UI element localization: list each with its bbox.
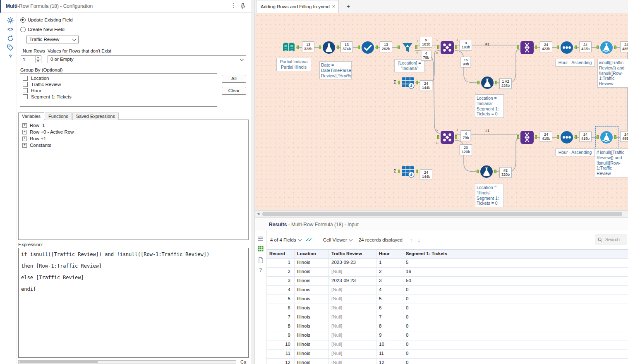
table-cell[interactable]: 9 [376,331,403,340]
table-row[interactable]: 9Illinois[Null]90 [267,331,628,340]
table-cell[interactable]: 0 [403,313,459,322]
table-cell[interactable]: 10 [376,340,403,349]
tool-annotation[interactable]: Hour - Ascending [555,59,595,67]
table-cell[interactable]: [Null] [329,313,376,322]
table-cell[interactable]: [Null] [329,286,376,295]
gear-icon[interactable] [7,17,14,24]
table-cell[interactable]: 7 [267,313,295,322]
table-cell[interactable]: 0 [403,286,459,295]
table-row[interactable]: 5Illinois[Null]50 [267,295,628,304]
table-cell[interactable]: Illinois [295,331,329,340]
output-anchor[interactable] [614,46,616,49]
table-cell[interactable]: 0 [403,359,459,364]
input-anchor[interactable] [398,81,400,84]
output-anchor[interactable] [495,81,497,84]
help-icon[interactable]: ? [7,53,14,60]
table-row[interactable]: 3Illinois2023-09-23350 [267,277,628,286]
output-anchor[interactable] [337,46,339,49]
tool-annotation[interactable]: Location = 'Illinois' Segment 1: Tickets… [475,184,504,207]
tool-annotation[interactable]: isnull([Traffic Review]) and !isnull([Ro… [597,59,628,88]
cell-viewer-dropdown[interactable]: Cell Viewer [323,237,352,242]
tool-filter-location[interactable] [400,40,415,55]
tool-union-bottom[interactable] [520,130,535,145]
tool-multirow-bottom[interactable] [599,130,614,145]
input-anchor[interactable] [358,46,360,49]
input-anchor[interactable] [319,46,321,49]
input-anchor[interactable] [437,135,439,139]
fields-dropdown[interactable]: 4 of 4 Fields [270,237,301,242]
tool-sort-bottom[interactable] [559,130,574,145]
input-anchor[interactable] [398,170,400,173]
expression-editor[interactable]: if isnull([Traffic Review]) and !isnull(… [18,248,249,358]
table-cell[interactable]: 7 [376,313,403,322]
checkbox-icon[interactable] [23,82,28,87]
table-cell[interactable]: [Null] [329,359,376,364]
output-anchor[interactable] [376,46,378,49]
table-cell[interactable]: 5 [376,295,403,304]
canvas-hscrollbar[interactable]: ◀ [255,210,628,217]
table-cell[interactable]: 10 [267,340,295,349]
double-check-icon[interactable]: ✓✓ [305,237,311,243]
table-cell[interactable]: 6 [267,304,295,313]
search-input[interactable] [604,237,625,242]
radio-create-new-field[interactable] [20,27,26,32]
input-anchor[interactable] [477,81,479,84]
column-header[interactable]: Record [267,250,295,258]
tool-sort-top[interactable] [559,40,574,55]
table-cell[interactable]: 3 [376,277,403,285]
checkbox-icon[interactable] [23,76,28,81]
table-cell[interactable]: 4 [267,286,295,295]
tree-item[interactable]: +Constants [19,142,248,148]
table-cell[interactable]: 2023-09-23 [329,259,376,267]
output-anchor[interactable] [297,46,299,49]
help-icon[interactable]: ? [257,267,264,273]
table-cell[interactable]: Illinois [295,268,329,276]
scrollbar-thumb[interactable] [19,361,98,363]
table-cell[interactable]: [Null] [329,268,376,276]
checkbox-icon[interactable] [23,88,28,93]
table-cell[interactable]: 3 [267,277,295,285]
table-cell[interactable]: 12 [376,359,403,364]
table-cell[interactable]: Illinois [295,295,329,304]
input-anchor[interactable] [597,46,599,49]
output-anchor[interactable] [455,135,457,139]
table-cell[interactable]: Illinois [295,286,329,295]
column-header[interactable]: Hour [376,250,403,258]
tab-variables[interactable]: Variables [18,113,44,120]
table-row[interactable]: 11Illinois[Null]110 [267,350,628,359]
group-by-listbox[interactable]: LocationTraffic ReviewHourSegment 1: Tic… [20,73,217,107]
table-cell[interactable]: 0 [403,322,459,331]
stepper-up-icon[interactable] [36,56,41,60]
table-row[interactable]: 4Illinois[Null]40 [267,286,628,295]
num-rows-input[interactable] [21,56,36,63]
variables-tree[interactable]: +Row -1+Row +0 - Active Row+Row +1+Const… [18,120,249,240]
output-anchor[interactable] [416,81,418,84]
table-row[interactable]: 8Illinois[Null]80 [267,322,628,331]
tab-functions[interactable]: Functions [45,113,72,120]
table-cell[interactable]: 2 [267,268,295,276]
up-arrow-icon[interactable]: ↑ [410,237,413,243]
new-tab-button[interactable]: + [344,2,352,10]
tool-input-data[interactable] [281,40,296,55]
list-icon[interactable] [257,235,264,242]
field-select[interactable]: Traffic Review [26,36,79,43]
output-anchor[interactable] [416,170,418,173]
expand-plus-icon[interactable]: + [22,130,27,134]
group-by-option[interactable]: Location [20,75,217,81]
data-table-icon[interactable] [257,245,264,252]
workflow-tab[interactable]: Adding Rows and Filling In.yxmd × [256,0,339,13]
tab-saved-expressions[interactable]: Saved Expressions [72,113,119,120]
tool-formula-indiana[interactable] [480,75,495,90]
table-cell[interactable]: 2 [376,268,403,276]
table-cell[interactable]: [Null] [329,340,376,349]
output-anchor[interactable] [494,170,496,173]
table-cell[interactable]: 6 [376,304,403,313]
input-anchor[interactable] [557,135,559,139]
table-cell[interactable]: Illinois [295,313,329,322]
column-header[interactable]: Traffic Review [329,250,376,258]
expression-hscrollbar[interactable] [18,360,236,364]
tool-formula-date[interactable] [321,40,336,55]
clear-button[interactable]: Clear [222,87,246,95]
tree-item[interactable]: +Row +1 [19,135,248,142]
values-select[interactable]: 0 or Empty [48,55,246,63]
